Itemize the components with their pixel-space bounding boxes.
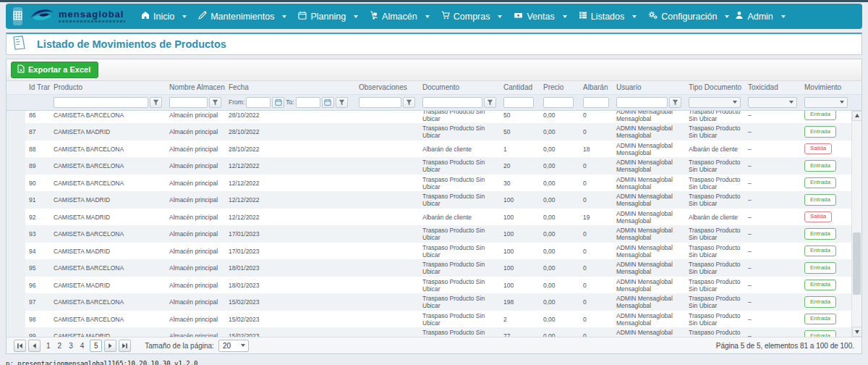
table-row[interactable]: 97 CAMISETA BARCELONA Almacén principal …: [7, 293, 851, 311]
cell-toxicidad: –: [744, 246, 801, 256]
filter-albaran-input[interactable]: [583, 97, 609, 108]
column-header-usuario[interactable]: Usuario: [613, 82, 685, 93]
nav-item-compras[interactable]: Compras: [435, 11, 509, 22]
table-row[interactable]: 93 CAMISETA BARCELONA Almacén principal …: [7, 225, 851, 243]
filter-producto-funnel-button[interactable]: [150, 97, 162, 108]
pager-next-button[interactable]: [104, 340, 116, 352]
column-header-documento[interactable]: Documento: [419, 82, 500, 93]
filter-fecha-from-input[interactable]: [246, 97, 271, 108]
cell-tipo-documento: Traspaso Producto Sin Ubicar: [685, 111, 744, 124]
cell-albaran: 0: [579, 263, 613, 273]
cell-fecha: 15/02/2023: [225, 314, 355, 324]
column-header-albaran[interactable]: Albarán: [579, 82, 613, 93]
cell-fecha: 12/12/2022: [225, 178, 355, 188]
filter-documento-funnel-button[interactable]: [484, 97, 496, 108]
filter-usuario-input[interactable]: [616, 97, 668, 108]
vertical-scrollbar[interactable]: [851, 111, 861, 337]
column-header-producto[interactable]: Producto: [50, 82, 166, 93]
cell-tipo-documento: Traspaso Producto Sin Ubicar: [685, 293, 744, 311]
table-row[interactable]: 88 CAMISETA BARCELONA Almacén principal …: [7, 140, 851, 158]
column-header-precio[interactable]: Precio: [540, 82, 579, 93]
page-number-3[interactable]: 3: [69, 342, 73, 350]
column-header-tipo-documento[interactable]: Tipo Documento: [685, 82, 744, 93]
movement-badge: Salida: [804, 211, 832, 223]
cell-fecha: 15/02/2023: [225, 331, 355, 337]
filter-tipo-documento-select[interactable]: [689, 97, 741, 108]
movement-badge: Entrada: [804, 296, 836, 308]
pager-last-button[interactable]: [119, 340, 131, 352]
cell-fecha: 17/01/2023: [225, 246, 355, 256]
table-row[interactable]: 98 CAMISETA BARCELONA Almacén principal …: [7, 311, 851, 328]
cell-nombre-almacen: Almacén principal: [166, 144, 225, 154]
nav-item-almacen[interactable]: Almacén: [364, 11, 435, 22]
table-row[interactable]: 94 CAMISETA MADRID Almacén principal 17/…: [7, 243, 851, 260]
nav-item-mantenimientos[interactable]: Mantenimientos: [192, 11, 292, 22]
nav-item-configuracion[interactable]: Configuración: [642, 11, 735, 22]
pager-first-button[interactable]: [14, 340, 26, 352]
cell-producto: CAMISETA BARCELONA: [50, 144, 166, 154]
brand-logo[interactable]: mensaglobal: [30, 7, 125, 27]
cell-usuario: ADMIN Mensaglobal Mensaglobal: [613, 277, 685, 294]
filter-precio-input[interactable]: [543, 97, 574, 108]
scrollbar-thumb[interactable]: [853, 232, 861, 295]
filter-almacen-input[interactable]: [169, 97, 208, 108]
filter-observaciones-funnel-button[interactable]: [403, 97, 415, 108]
nav-item-inicio[interactable]: Inicio: [135, 11, 192, 22]
filter-fecha-funnel-button[interactable]: [336, 97, 348, 108]
export-excel-button[interactable]: Exportar a Excel: [11, 62, 98, 78]
filter-toxicidad-select[interactable]: [748, 97, 797, 108]
calendar-picker-icon[interactable]: [272, 97, 284, 108]
nav-item-listados[interactable]: Listados: [573, 11, 643, 22]
filter-cantidad-input[interactable]: [503, 97, 534, 108]
page-size-select[interactable]: 20: [218, 340, 249, 352]
filter-usuario-funnel-button[interactable]: [669, 97, 681, 108]
table-row[interactable]: 99 CAMISETA MADRID Almacén principal 15/…: [7, 327, 851, 337]
filter-fecha-to-input[interactable]: [296, 97, 320, 108]
filter-documento-input[interactable]: [422, 97, 482, 108]
filter-movimiento-select[interactable]: [804, 97, 848, 108]
column-header-movimiento[interactable]: Movimiento: [801, 82, 851, 93]
table-row[interactable]: 96 CAMISETA MADRID Almacén principal 18/…: [7, 277, 851, 294]
table-row[interactable]: 89 CAMISETA BARCELONA Almacén principal …: [7, 157, 851, 175]
table-row[interactable]: 95 CAMISETA BARCELONA Almacén principal …: [7, 259, 851, 277]
user-menu-admin[interactable]: Admin: [735, 11, 785, 22]
page-number-2[interactable]: 2: [58, 342, 62, 350]
page-number-1[interactable]: 1: [46, 342, 51, 350]
column-header-id-tran[interactable]: Id Tran: [25, 82, 50, 93]
cell-albaran: 19: [579, 212, 613, 222]
cell-documento: Traspaso Producto Sin Ubicar: [419, 277, 500, 294]
apps-menu-button[interactable]: [13, 7, 22, 25]
nav-item-planning[interactable]: Planning: [292, 11, 364, 22]
table-row[interactable]: 92 CAMISETA MADRID Almacén principal 12/…: [7, 209, 851, 226]
cell-nombre-almacen: Almacén principal: [166, 314, 225, 324]
cell-albaran: 0: [579, 111, 613, 120]
chevron-down-icon: [425, 15, 430, 18]
cell-tipo-documento: Traspaso Producto Sin Ubicar: [685, 191, 744, 209]
cell-fecha: 28/10/2022: [225, 144, 355, 154]
column-header-fecha[interactable]: Fecha: [225, 82, 355, 93]
column-header-observaciones[interactable]: Observaciones: [355, 82, 419, 93]
table-row[interactable]: 87 CAMISETA MADRID Almacén principal 28/…: [7, 123, 851, 140]
cell-producto: CAMISETA BARCELONA: [50, 314, 166, 324]
filter-almacen-funnel-button[interactable]: [209, 97, 221, 108]
pager-prev-button[interactable]: [28, 340, 41, 352]
page-number-4[interactable]: 4: [80, 342, 85, 350]
filter-producto-input[interactable]: [54, 97, 148, 108]
nav-item-ventas[interactable]: Ventas: [508, 11, 572, 22]
scroll-down-button[interactable]: [852, 327, 861, 337]
filter-observaciones-input[interactable]: [359, 97, 401, 108]
column-header-nombre-almacen[interactable]: Nombre Almacen: [166, 82, 225, 93]
cell-nombre-almacen: Almacén principal: [166, 297, 225, 307]
cell-precio: 0,00: [540, 297, 579, 307]
table-row[interactable]: 86 CAMISETA BARCELONA Almacén principal …: [7, 111, 851, 124]
cell-fecha: 15/02/2023: [225, 297, 355, 307]
table-row[interactable]: 91 CAMISETA MADRID Almacén principal 12/…: [7, 191, 851, 209]
cell-observaciones: [355, 335, 419, 337]
scroll-up-button[interactable]: [852, 111, 861, 121]
column-header-cantidad[interactable]: Cantidad: [500, 82, 540, 93]
cell-toxicidad: –: [744, 195, 801, 205]
table-row[interactable]: 90 CAMISETA BARCELONA Almacén principal …: [7, 175, 851, 192]
calendar-picker-icon[interactable]: [322, 97, 334, 108]
column-header-toxicidad[interactable]: Toxicidad: [744, 82, 801, 93]
pager-current-page[interactable]: 5: [90, 340, 102, 352]
